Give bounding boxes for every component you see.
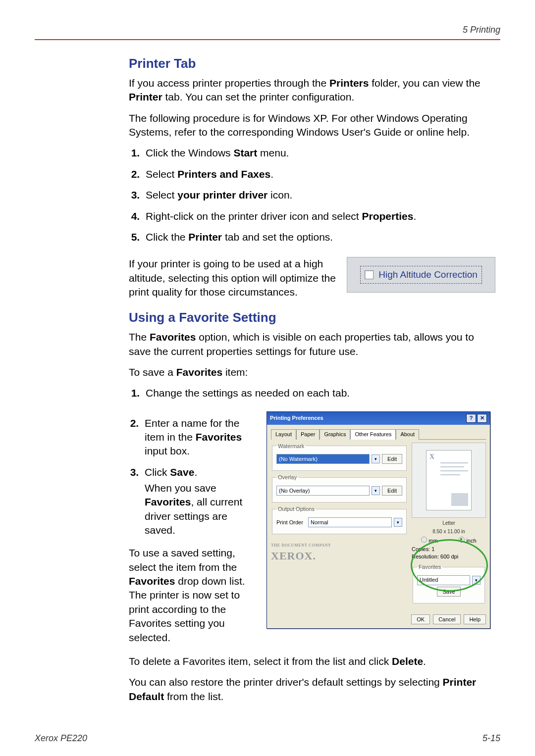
text: . <box>413 210 416 222</box>
fav-step-3-note: When you save Favorites, all current dri… <box>145 481 258 537</box>
favorites-para-intro: The Favorites option, which is visible o… <box>129 330 495 358</box>
text-bold: Delete <box>392 655 423 667</box>
checkbox-icon[interactable] <box>365 270 374 279</box>
text-bold: Properties <box>362 210 414 222</box>
favorites-save-button[interactable]: Save <box>437 587 460 597</box>
paper-name: Letter <box>412 520 486 527</box>
unit-mm-radio[interactable]: mm <box>421 537 437 545</box>
overlay-select[interactable]: (No Overlay) <box>276 486 370 496</box>
text: When you save <box>145 482 216 494</box>
tab-about[interactable]: About <box>396 429 419 440</box>
unit-inch-radio[interactable]: inch <box>459 537 476 545</box>
step-5: Click the Printer tab and set the option… <box>143 230 495 244</box>
output-options-group: Output Options Print Order Normal ▾ <box>272 505 407 534</box>
watermark-value: (No Watermark) <box>279 455 318 463</box>
high-altitude-checkbox[interactable]: High Altitude Correction <box>360 266 482 284</box>
help-icon[interactable]: ? <box>466 414 476 423</box>
chevron-down-icon[interactable]: ▾ <box>372 486 380 495</box>
dialog-tabs: Layout Paper Graphics Other Features Abo… <box>271 429 486 440</box>
favorites-para-save-lead: To save a Favorites item: <box>129 365 495 379</box>
favorites-legend: Favorites <box>417 563 442 571</box>
text: tab and set the options. <box>222 231 333 243</box>
overlay-edit-button[interactable]: Edit <box>382 486 402 496</box>
fav-step-1: Change the settings as needed on each ta… <box>143 386 495 400</box>
text-bold: Printer <box>129 91 162 102</box>
printer-tab-para2: The following procedure is for Windows X… <box>129 111 495 140</box>
text: To save a <box>129 366 176 378</box>
text-bold: Favorites <box>176 366 222 378</box>
text: You can also restore the printer driver'… <box>129 676 443 688</box>
resolution-label: Resolution: 600 dpi <box>412 553 486 560</box>
text: input box. <box>145 445 190 456</box>
text: from the list. <box>164 691 223 702</box>
output-legend: Output Options <box>276 505 316 513</box>
dialog-title-text: Printing Preferences <box>270 414 323 422</box>
tab-layout[interactable]: Layout <box>271 429 296 440</box>
printer-tab-steps: Click the Windows Start menu. Select Pri… <box>129 146 495 244</box>
text: To delete a Favorites item, select it fr… <box>129 655 392 667</box>
watermark-edit-button[interactable]: Edit <box>382 454 402 464</box>
help-button[interactable]: Help <box>464 614 486 624</box>
text: Click the <box>146 231 188 243</box>
high-altitude-paragraph: If your printer is going to be used at a… <box>129 257 338 299</box>
tab-paper[interactable]: Paper <box>296 429 320 440</box>
brand-logo: THE DOCUMENT COMPANY XEROX. <box>271 543 408 563</box>
copies-label: Copies: 1 <box>412 546 486 553</box>
step-4: Right-click on the printer driver icon a… <box>143 209 495 223</box>
page-header: 5 Printing <box>35 25 500 35</box>
text-bold: Favorites <box>150 331 196 343</box>
print-order-select[interactable]: Normal <box>308 517 392 527</box>
tab-graphics[interactable]: Graphics <box>320 429 350 440</box>
text-bold: Favorites <box>129 575 175 587</box>
text-bold: Favorites <box>196 431 242 443</box>
text: folder, you can view the <box>369 77 480 89</box>
header-chapter: 5 Printing <box>463 25 500 35</box>
watermark-select[interactable]: (No Watermark) <box>276 454 370 464</box>
step-1: Click the Windows Start menu. <box>143 146 495 160</box>
step-2: Select Printers and Faxes. <box>143 167 495 181</box>
text-bold: Favorites <box>145 496 191 507</box>
text: If you access printer properties through… <box>129 77 329 89</box>
tab-other-features[interactable]: Other Features <box>350 429 396 440</box>
print-order-label: Print Order <box>276 519 306 526</box>
printing-preferences-dialog: Printing Preferences ? ✕ Layout Paper Gr… <box>267 411 490 629</box>
favorites-value: Untitled <box>420 576 438 584</box>
cancel-button[interactable]: Cancel <box>433 614 461 624</box>
text: tab. You can set the printer configurati… <box>162 91 355 102</box>
footer-page-number: 5-15 <box>482 733 500 744</box>
section-heading-favorites: Using a Favorite Setting <box>129 309 495 326</box>
dialog-titlebar[interactable]: Printing Preferences ? ✕ <box>267 412 490 425</box>
high-altitude-figure: High Altitude Correction <box>347 257 495 293</box>
preview-sheet: X <box>426 450 472 510</box>
paper-dimensions: 8.50 x 11.00 in <box>412 528 486 535</box>
chevron-down-icon[interactable]: ▾ <box>372 454 380 463</box>
footer-product: Xerox PE220 <box>35 733 87 744</box>
preview-x-label: X <box>429 453 434 462</box>
favorites-steps-1: Change the settings as needed on each ta… <box>129 386 495 400</box>
text: Click the Windows <box>146 147 233 158</box>
text-bold: your printer driver <box>177 189 268 201</box>
text-bold: Printers <box>329 77 369 89</box>
text: item: <box>222 366 248 378</box>
print-order-value: Normal <box>311 519 328 526</box>
overlay-group: Overlay (No Overlay) ▾ Edit <box>272 474 407 503</box>
text: menu. <box>257 147 289 158</box>
fav-step-3: Click Save. When you save Favorites, all… <box>142 465 258 538</box>
text-bold: Printer <box>188 231 222 243</box>
close-icon[interactable]: ✕ <box>477 414 487 423</box>
high-altitude-label: High Altitude Correction <box>378 268 478 281</box>
text-bold: Start <box>233 147 257 158</box>
text: Select <box>146 168 177 180</box>
text: The <box>129 331 150 343</box>
text: icon. <box>268 189 292 201</box>
unit-mm-label: mm <box>428 538 437 544</box>
watermark-legend: Watermark <box>276 443 306 450</box>
unit-inch-label: inch <box>466 538 476 544</box>
brand-tagline: THE DOCUMENT COMPANY <box>271 543 408 549</box>
overlay-legend: Overlay <box>276 474 298 481</box>
chevron-down-icon[interactable]: ▾ <box>394 518 402 527</box>
ok-button[interactable]: OK <box>411 614 430 624</box>
chevron-down-icon[interactable]: ▾ <box>472 576 481 585</box>
favorites-select[interactable]: Untitled <box>417 575 470 585</box>
text: Click <box>145 466 170 478</box>
